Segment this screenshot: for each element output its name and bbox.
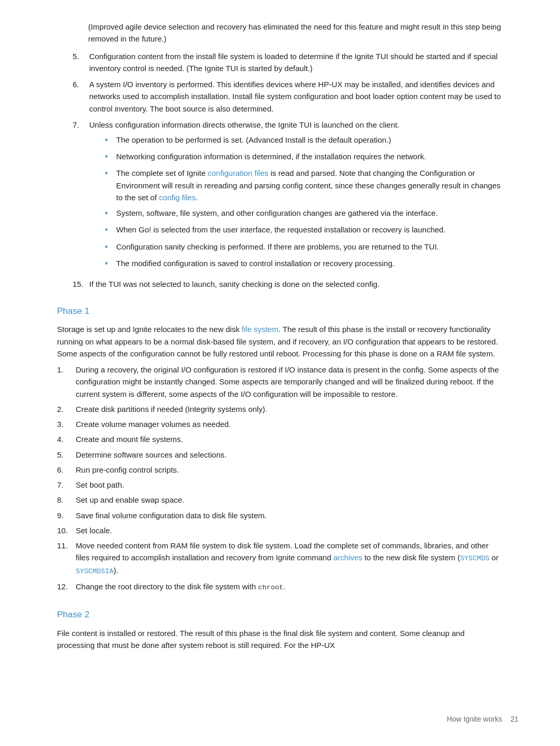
phase1-item3: Create volume manager volumes as needed. bbox=[76, 420, 231, 429]
bullet-text: When Go! is selected from the user inter… bbox=[116, 224, 445, 236]
phase1-list-item: Set boot path. bbox=[57, 479, 503, 491]
list-item-content: Unless configuration information directs… bbox=[89, 119, 503, 274]
phase1-list-item: Change the root directory to the disk fi… bbox=[57, 581, 503, 593]
intro-text: (Improved agile device selection and rec… bbox=[88, 22, 501, 43]
footer-page-number: 21 bbox=[510, 714, 519, 725]
list-item-content: Configuration content from the install f… bbox=[89, 50, 503, 75]
phase1-list-item: Set locale. bbox=[57, 524, 503, 536]
phase1-item9: Save final volume configuration data to … bbox=[76, 511, 267, 520]
phase1-item6: Run pre-config control scripts. bbox=[76, 465, 179, 474]
phase1-list-item: Run pre-config control scripts. bbox=[57, 464, 503, 476]
list-item: A system I/O inventory is performed. Thi… bbox=[73, 78, 503, 115]
list-item-content: Create disk partitions if needed (Integr… bbox=[76, 403, 503, 415]
phase1-list-item: During a recovery, the original I/O conf… bbox=[57, 364, 503, 400]
bullet-text: The operation to be performed is set. (A… bbox=[116, 134, 391, 146]
bullet-item: Networking configuration information is … bbox=[105, 150, 503, 163]
phase1-item7: Set boot path. bbox=[76, 480, 124, 489]
footer: How Ignite works 21 bbox=[447, 714, 519, 725]
syscmds-link[interactable]: SYSCMDS bbox=[460, 555, 489, 562]
bullet-item: System, software, file system, and other… bbox=[105, 207, 503, 220]
bullet-list: The operation to be performed is set. (A… bbox=[105, 134, 503, 270]
list-item-content: Run pre-config control scripts. bbox=[76, 464, 503, 476]
phase1-item10: Set locale. bbox=[76, 526, 112, 535]
footer-label: How Ignite works bbox=[447, 714, 502, 725]
phase1-item12-before: Change the root directory to the disk fi… bbox=[76, 582, 258, 591]
phase1-list-item: Create volume manager volumes as needed. bbox=[57, 418, 503, 430]
intro-paragraph: (Improved agile device selection and rec… bbox=[57, 21, 503, 45]
bullet3-before: The complete set of Ignite bbox=[116, 169, 208, 177]
phase2-heading: Phase 2 bbox=[57, 608, 503, 621]
bullet-text: Networking configuration information is … bbox=[116, 150, 426, 162]
configuration-files-link[interactable]: configuration files bbox=[208, 169, 269, 177]
phase1-item5: Determine software sources and selection… bbox=[76, 450, 227, 459]
bullet-item-config-files: The complete set of Ignite configuration… bbox=[105, 167, 503, 203]
main-list: Configuration content from the install f… bbox=[57, 50, 503, 291]
phase1-intro: Storage is set up and Ignite relocates t… bbox=[57, 325, 242, 334]
phase1-list: During a recovery, the original I/O conf… bbox=[57, 364, 503, 593]
item7-text: Unless configuration information directs… bbox=[89, 120, 399, 129]
phase1-list-item: Move needed content from RAM file system… bbox=[57, 540, 503, 577]
list-item-content: Determine software sources and selection… bbox=[76, 449, 503, 461]
phase1-item12-after: . bbox=[283, 582, 285, 591]
list-item-content: Create volume manager volumes as needed. bbox=[76, 418, 503, 430]
phase1-heading: Phase 1 bbox=[57, 305, 503, 318]
phase1-list-item: Save final volume configuration data to … bbox=[57, 509, 503, 521]
phase2-intro: File content is installed or restored. T… bbox=[57, 629, 465, 650]
archives-link[interactable]: archives bbox=[333, 553, 362, 562]
phase1-item11-middle: to the new disk file system ( bbox=[362, 553, 460, 562]
bullet-text: System, software, file system, and other… bbox=[116, 207, 438, 219]
item6-text: A system I/O inventory is performed. Thi… bbox=[89, 80, 501, 113]
phase1-list-item: Determine software sources and selection… bbox=[57, 449, 503, 461]
phase1-body: Storage is set up and Ignite relocates t… bbox=[57, 323, 503, 360]
phase1-item8: Set up and enable swap space. bbox=[76, 495, 184, 504]
bullet-item: Configuration sanity checking is perform… bbox=[105, 241, 503, 254]
config-files-link[interactable]: config files bbox=[159, 193, 196, 202]
phase1-item11-after: ). bbox=[114, 566, 118, 575]
list-item-content: A system I/O inventory is performed. Thi… bbox=[89, 78, 503, 115]
bullet-text: The modified configuration is saved to c… bbox=[116, 257, 395, 269]
chroot-monospace: chroot bbox=[258, 584, 284, 591]
phase1-item4: Create and mount file systems. bbox=[76, 435, 183, 444]
list-item: Configuration content from the install f… bbox=[73, 50, 503, 75]
phase1-item2: Create disk partitions if needed (Integr… bbox=[76, 405, 267, 413]
page: (Improved agile device selection and rec… bbox=[0, 0, 560, 746]
bullet3-after: . bbox=[195, 193, 198, 202]
list-item-content: Set locale. bbox=[76, 524, 503, 536]
item8-text: If the TUI was not selected to launch, s… bbox=[89, 280, 380, 288]
list-item-content: Change the root directory to the disk fi… bbox=[76, 581, 503, 593]
file-system-link[interactable]: file system bbox=[242, 325, 278, 334]
bullet-text: Configuration sanity checking is perform… bbox=[116, 241, 439, 253]
bullet-item: The operation to be performed is set. (A… bbox=[105, 134, 503, 147]
list-item-content: Set up and enable swap space. bbox=[76, 494, 503, 506]
item5-text: Configuration content from the install f… bbox=[89, 52, 498, 73]
phase1-item11-between: or bbox=[489, 553, 499, 562]
list-item: Unless configuration information directs… bbox=[73, 119, 503, 274]
list-item: If the TUI was not selected to launch, s… bbox=[73, 278, 503, 290]
syscmdsia-link[interactable]: SYSCMDSIA bbox=[76, 568, 114, 575]
phase1-item1: During a recovery, the original I/O conf… bbox=[76, 365, 499, 398]
phase1-list-item: Create disk partitions if needed (Integr… bbox=[57, 403, 503, 415]
content: (Improved agile device selection and rec… bbox=[57, 21, 503, 651]
bullet-item: The modified configuration is saved to c… bbox=[105, 257, 503, 270]
list-item-content: If the TUI was not selected to launch, s… bbox=[89, 278, 503, 290]
phase1-list-item: Set up and enable swap space. bbox=[57, 494, 503, 506]
list-item-content: Move needed content from RAM file system… bbox=[76, 540, 503, 577]
phase1-list-item: Create and mount file systems. bbox=[57, 433, 503, 445]
list-item-content: Save final volume configuration data to … bbox=[76, 509, 503, 521]
bullet-item: When Go! is selected from the user inter… bbox=[105, 224, 503, 237]
bullet-text: The complete set of Ignite configuration… bbox=[116, 167, 503, 203]
list-item-content: Create and mount file systems. bbox=[76, 433, 503, 445]
list-item-content: During a recovery, the original I/O conf… bbox=[76, 364, 503, 400]
list-item-content: Set boot path. bbox=[76, 479, 503, 491]
phase2-body: File content is installed or restored. T… bbox=[57, 627, 503, 652]
